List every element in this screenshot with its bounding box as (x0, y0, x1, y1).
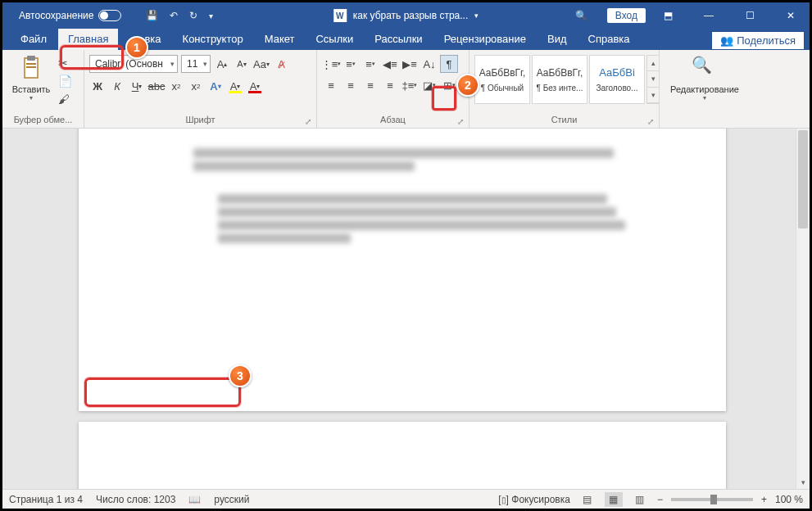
autosave-label: Автосохранение (19, 10, 93, 21)
minimize-button[interactable]: — (690, 2, 728, 29)
document-area: ·················Разрыв страницы········… (2, 129, 810, 489)
format-painter-icon[interactable]: 🖌 (58, 93, 72, 106)
style-no-spacing[interactable]: АаБбВвГг, ¶ Без инте... (532, 55, 587, 104)
svg-rect-3 (26, 66, 36, 68)
autosave-toggle[interactable] (98, 10, 121, 21)
group-label-paragraph: Абзац (380, 115, 406, 124)
subscript-button[interactable]: x2 (168, 78, 184, 94)
maximize-button[interactable]: ☐ (731, 2, 769, 29)
highlight-button[interactable]: A▾ (227, 78, 243, 94)
print-layout-button[interactable]: ▦ (605, 492, 623, 507)
scroll-down-icon[interactable]: ▾ (796, 475, 810, 489)
group-label-clipboard: Буфер обме... (7, 113, 79, 128)
paste-button[interactable]: Вставить ▾ (7, 52, 55, 102)
font-size-combo[interactable]: 11 (181, 55, 211, 73)
zoom-slider[interactable] (671, 498, 753, 501)
zoom-out-button[interactable]: − (657, 494, 663, 505)
numbering-button[interactable]: ≡▾ (342, 55, 360, 73)
page-2[interactable]: ·················Разрыв страницы········… (79, 422, 726, 489)
borders-button[interactable]: ⊞▾ (440, 76, 458, 94)
grow-font-button[interactable]: A▴ (214, 56, 230, 72)
tab-help[interactable]: Справка (578, 29, 640, 50)
tab-home[interactable]: Главная (58, 29, 118, 50)
ribbon-tabs: Файл Главная вка Конструктор Макет Ссылк… (2, 29, 810, 50)
sort-button[interactable]: A↓ (420, 55, 438, 73)
bullets-button[interactable]: ⋮≡▾ (322, 55, 340, 73)
editing-button[interactable]: 🔍 Редактирование ▾ (664, 52, 746, 102)
text-effects-button[interactable]: A▾ (207, 78, 224, 94)
superscript-button[interactable]: x2 (188, 78, 204, 94)
share-button[interactable]: 👥 Поделиться (711, 31, 805, 50)
font-color-button[interactable]: A▾ (247, 78, 263, 94)
styles-scroll[interactable]: ▴▾▾ (646, 55, 660, 104)
clear-format-button[interactable]: A̷ (273, 56, 289, 72)
badge-2: 2 (456, 74, 479, 97)
clipboard-icon (18, 55, 44, 81)
badge-3: 3 (229, 364, 252, 387)
align-center-button[interactable]: ≡ (342, 76, 360, 94)
undo-icon[interactable]: ↶ (170, 10, 178, 21)
tab-review[interactable]: Рецензирование (434, 29, 536, 50)
italic-button[interactable]: К (109, 78, 125, 94)
paragraph-launcher[interactable]: ⤢ (457, 117, 464, 126)
style-normal[interactable]: АаБбВвГг, ¶ Обычный (474, 55, 530, 104)
tab-view[interactable]: Вид (538, 29, 577, 50)
editing-label: Редактирование (670, 84, 739, 94)
bold-button[interactable]: Ж (89, 78, 106, 94)
vertical-scrollbar[interactable]: ▾ (796, 129, 810, 489)
tab-mailings[interactable]: Рассылки (365, 29, 432, 50)
language-indicator[interactable]: русский (214, 494, 249, 505)
close-button[interactable]: ✕ (772, 2, 810, 29)
shading-button[interactable]: ◪▾ (420, 76, 438, 94)
group-label-styles: Стили (551, 115, 578, 124)
underline-button[interactable]: Ч▾ (129, 78, 145, 94)
style-heading[interactable]: АаБбВі Заголово... (589, 55, 645, 104)
decrease-indent-button[interactable]: ◀≡ (381, 55, 399, 73)
scrollbar-thumb[interactable] (798, 130, 808, 228)
tab-references[interactable]: Ссылки (306, 29, 363, 50)
tab-layout[interactable]: Макет (255, 29, 305, 50)
show-marks-button[interactable]: ¶ (440, 55, 458, 73)
read-mode-button[interactable]: ▤ (578, 492, 597, 507)
share-label: Поделиться (737, 34, 796, 47)
login-button[interactable]: Вход (607, 8, 646, 23)
line-spacing-button[interactable]: ‡≡▾ (401, 76, 419, 94)
font-launcher[interactable]: ⤢ (305, 117, 311, 126)
paste-label: Вставить (12, 84, 51, 94)
zoom-in-button[interactable]: + (761, 494, 767, 505)
ribbon-options-icon[interactable]: ⬒ (649, 2, 687, 29)
zoom-level[interactable]: 100 % (775, 494, 803, 505)
spellcheck-icon[interactable]: 📖 (188, 494, 201, 505)
cut-icon[interactable]: ✂ (58, 57, 72, 70)
align-right-button[interactable]: ≡ (361, 76, 379, 94)
redo-icon[interactable]: ↻ (189, 10, 197, 21)
search-icon[interactable]: 🔍 (575, 10, 587, 21)
increase-indent-button[interactable]: ▶≡ (401, 55, 419, 73)
tab-design[interactable]: Конструктор (173, 29, 253, 50)
strike-button[interactable]: abc (148, 78, 165, 94)
status-bar: Страница 1 из 4 Число слов: 1203 📖 русск… (2, 489, 810, 509)
group-label-font: Шрифт (185, 115, 215, 124)
multilevel-button[interactable]: ≡▾ (361, 55, 379, 73)
find-icon: 🔍 (692, 55, 718, 81)
web-layout-button[interactable]: ▥ (631, 492, 649, 507)
title-dropdown-icon[interactable]: ▾ (474, 11, 479, 20)
save-icon[interactable]: 💾 (146, 10, 158, 21)
word-count[interactable]: Число слов: 1203 (96, 494, 175, 505)
ribbon: Вставить ▾ ✂ 📄 🖌 Буфер обме... Calibri (… (2, 50, 810, 129)
justify-button[interactable]: ≡ (381, 76, 399, 94)
change-case-button[interactable]: Aa▾ (253, 56, 270, 72)
focus-mode[interactable]: [▯] Фокусировка (498, 494, 570, 505)
styles-launcher[interactable]: ⤢ (647, 117, 654, 126)
svg-rect-1 (27, 56, 35, 61)
page-indicator[interactable]: Страница 1 из 4 (9, 494, 83, 505)
page-1[interactable] (79, 129, 726, 411)
align-left-button[interactable]: ≡ (322, 76, 340, 94)
word-icon: W (333, 9, 347, 22)
qat-more-icon[interactable]: ▾ (209, 11, 213, 20)
title-bar: Автосохранение 💾 ↶ ↻ ▾ W как убрать разр… (2, 2, 810, 29)
tab-file[interactable]: Файл (11, 29, 57, 50)
share-icon: 👥 (720, 34, 733, 47)
copy-icon[interactable]: 📄 (58, 75, 72, 88)
shrink-font-button[interactable]: A▾ (234, 56, 250, 72)
